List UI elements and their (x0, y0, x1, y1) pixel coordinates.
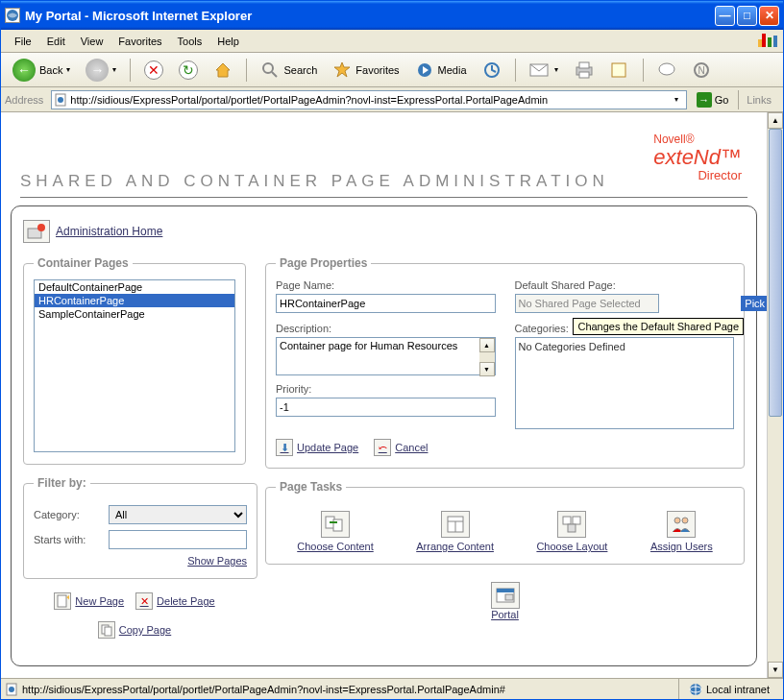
svg-point-18 (58, 97, 63, 103)
starts-with-label: Starts with: (34, 534, 109, 545)
filter-legend: Filter by: (34, 476, 90, 490)
menu-tools[interactable]: Tools (170, 34, 210, 49)
assign-users-label: Assign Users (650, 541, 713, 552)
refresh-button[interactable]: ↻ (173, 58, 204, 83)
shared-page-input (515, 294, 659, 313)
vertical-scrollbar[interactable]: ▲ ▼ (767, 112, 783, 678)
back-button[interactable]: ← Back ▾ (7, 56, 76, 84)
search-icon (260, 60, 280, 80)
scroll-up-button[interactable]: ▲ (768, 112, 783, 129)
list-item[interactable]: SampleContainerPage (35, 307, 234, 321)
starts-with-input[interactable] (109, 530, 247, 549)
scroll-up-icon[interactable]: ▲ (479, 338, 495, 352)
address-input-wrap: ▾ (51, 90, 686, 109)
category-label: Category: (34, 509, 109, 520)
toolbar: ← Back ▾ → ▾ ✕ ↻ Search Favorites (1, 53, 783, 87)
go-button[interactable]: → Go (691, 90, 735, 109)
admin-home-row: Administration Home (23, 220, 745, 243)
page-tasks-legend: Page Tasks (276, 480, 346, 494)
mail-button[interactable]: ▾ (524, 59, 564, 82)
admin-home-link[interactable]: Administration Home (56, 225, 162, 238)
svg-rect-24 (105, 627, 111, 636)
description-textarea[interactable] (276, 337, 496, 375)
choose-content-label: Choose Content (297, 541, 374, 552)
edit-icon (610, 61, 629, 79)
new-page-button[interactable]: ✦ New Page (54, 592, 124, 610)
show-pages-link[interactable]: Show Pages (187, 555, 247, 567)
arrange-content-task[interactable]: Arrange Content (416, 511, 494, 552)
forward-icon: → (86, 59, 109, 82)
menu-edit[interactable]: Edit (39, 34, 73, 49)
page-properties-legend: Page Properties (276, 256, 371, 270)
extra-button[interactable]: N (686, 59, 717, 82)
container-pages-listbox[interactable]: DefaultContainerPage HRContainerPage Sam… (34, 279, 235, 452)
svg-text:✦: ✦ (65, 594, 69, 602)
page-heading: SHARED AND CONTAINER PAGE ADMINISTRATION (20, 172, 757, 191)
search-label: Search (283, 64, 317, 76)
chevron-down-icon: ▾ (112, 65, 116, 74)
portal-link[interactable]: Portal (265, 582, 745, 620)
scroll-thumb[interactable] (769, 129, 782, 417)
pick-default-button[interactable]: Pick Default ☟ (741, 296, 767, 311)
favorites-button[interactable]: Favorites (327, 58, 404, 83)
links-menu[interactable]: Links (738, 90, 779, 109)
menu-help[interactable]: Help (209, 34, 247, 49)
brand-extend: exteNd™ (653, 146, 742, 169)
mail-icon (529, 61, 551, 79)
category-select[interactable]: All (109, 505, 247, 524)
list-item[interactable]: DefaultContainerPage (35, 280, 234, 294)
copy-page-button[interactable]: Copy Page (98, 621, 171, 639)
address-dropdown[interactable]: ▾ (669, 95, 684, 104)
menu-file[interactable]: File (7, 34, 39, 49)
update-page-button[interactable]: ⬇ Update Page (276, 439, 358, 456)
search-button[interactable]: Search (255, 58, 323, 83)
delete-page-button[interactable]: ✕ Delete Page (135, 592, 215, 610)
favorites-label: Favorites (355, 64, 399, 76)
address-input[interactable] (70, 94, 668, 106)
edit-button[interactable] (604, 59, 635, 82)
svg-point-14 (659, 63, 674, 75)
statusbar: http://sidious/ExpressPortal/portal/port… (1, 678, 783, 699)
discuss-button[interactable] (651, 59, 682, 82)
svg-point-5 (263, 63, 273, 73)
history-button[interactable] (477, 58, 507, 83)
choose-layout-label: Choose Layout (536, 541, 607, 552)
choose-content-task[interactable]: Choose Content (297, 511, 374, 552)
brand-director: Director (653, 169, 742, 182)
window-title: My Portal - Microsoft Internet Explorer (25, 9, 715, 23)
svg-rect-1 (762, 34, 766, 47)
scroll-down-icon[interactable]: ▼ (479, 362, 495, 376)
cancel-label: Cancel (395, 442, 428, 453)
priority-input[interactable] (276, 398, 496, 417)
maximize-button[interactable]: □ (737, 6, 757, 26)
star-icon (332, 60, 352, 80)
stop-button[interactable]: ✕ (138, 58, 169, 83)
svg-rect-2 (768, 37, 772, 47)
scroll-down-button[interactable]: ▼ (768, 662, 783, 678)
svg-point-33 (674, 518, 680, 523)
cancel-button[interactable]: ⤺ Cancel (374, 439, 428, 456)
textarea-scrollbar[interactable]: ▲▼ (479, 338, 495, 376)
media-button[interactable]: Media (409, 58, 473, 83)
menu-favorites[interactable]: Favorites (110, 34, 169, 49)
minimize-button[interactable]: — (715, 6, 735, 26)
page-icon (5, 683, 18, 696)
svg-rect-31 (573, 517, 580, 524)
refresh-icon: ↻ (179, 60, 198, 80)
delete-page-label: Delete Page (157, 595, 215, 607)
print-button[interactable] (568, 58, 600, 83)
assign-users-task[interactable]: Assign Users (650, 511, 713, 552)
home-button[interactable] (208, 58, 238, 83)
forward-button[interactable]: → ▾ (80, 56, 122, 84)
separator (643, 59, 644, 82)
page-name-input[interactable] (276, 294, 496, 313)
close-button[interactable]: ✕ (759, 6, 779, 26)
container-pages-legend: Container Pages (34, 256, 133, 270)
list-item[interactable]: HRContainerPage (35, 294, 234, 307)
copy-page-label: Copy Page (119, 624, 171, 636)
svg-point-20 (37, 224, 45, 231)
choose-layout-task[interactable]: Choose Layout (536, 511, 607, 552)
menu-view[interactable]: View (73, 34, 111, 49)
svg-point-39 (9, 687, 14, 692)
arrange-content-label: Arrange Content (416, 541, 494, 552)
